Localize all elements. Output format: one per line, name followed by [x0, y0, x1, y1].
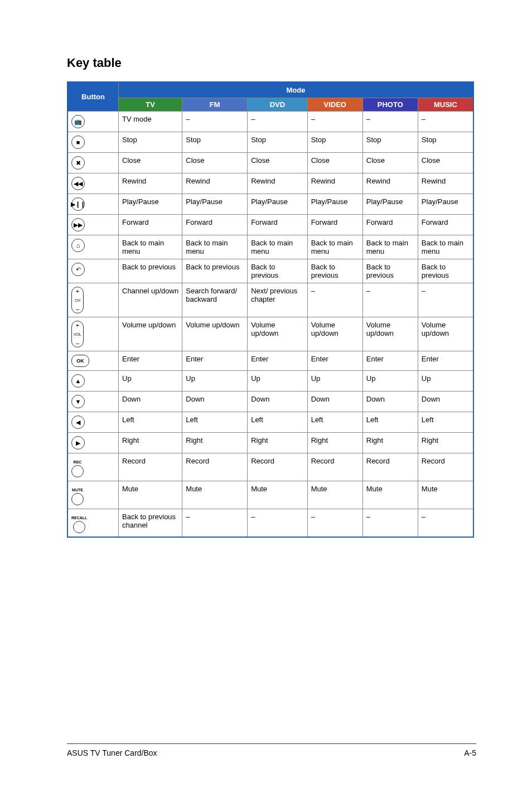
cell-photo: Record: [362, 453, 418, 481]
cell-music: Record: [418, 453, 473, 481]
table-row: 📺TV mode–––––: [67, 112, 473, 132]
cell-music: Play/Pause: [418, 194, 473, 215]
button-cell: ◀: [67, 412, 119, 433]
cell-tv: Close: [119, 153, 182, 173]
cell-fm: Mute: [182, 481, 248, 509]
cell-fm: Rewind: [182, 173, 248, 194]
cell-video: –: [307, 112, 362, 132]
button-cell: ■: [67, 132, 119, 153]
ok-button: OK: [71, 355, 89, 367]
table-row: ▶❙❙Play/PausePlay/PausePlay/PausePlay/Pa…: [67, 194, 473, 215]
button-cell: RECALL: [67, 509, 119, 538]
cell-tv: Back to previous channel: [119, 509, 182, 538]
cell-dvd: Stop: [248, 132, 308, 153]
table-row: ▼DownDownDownDownDownDown: [67, 392, 473, 412]
cell-tv: Up: [119, 371, 182, 392]
play-pause-icon: ▶❙❙: [71, 197, 85, 211]
cell-music: Close: [418, 153, 473, 173]
recall-button: RECALL: [71, 516, 87, 533]
cell-video: Right: [307, 433, 362, 453]
cell-dvd: –: [248, 112, 308, 132]
cell-photo: Rewind: [362, 173, 418, 194]
cell-music: Enter: [418, 351, 473, 371]
up-icon: ▲: [71, 374, 85, 388]
tv-mode-icon: 📺: [71, 115, 85, 128]
table-row: ⌂Back to main menuBack to main menuBack …: [67, 235, 473, 259]
cell-video: Play/Pause: [307, 194, 362, 215]
page-footer: ASUS TV Tuner Card/Box A-5: [67, 743, 476, 757]
button-cell: ⌂: [67, 235, 119, 259]
cell-dvd: Left: [248, 412, 308, 433]
footer-left: ASUS TV Tuner Card/Box: [67, 748, 157, 757]
cell-dvd: Forward: [248, 215, 308, 235]
cell-photo: Forward: [362, 215, 418, 235]
section-title: Key table: [67, 56, 476, 70]
cell-dvd: Back to main menu: [248, 235, 308, 259]
cell-tv: Left: [119, 412, 182, 433]
cell-fm: Volume up/down: [182, 317, 248, 351]
cell-dvd: Close: [248, 153, 308, 173]
table-row: RECALLBack to previous channel–––––: [67, 509, 473, 538]
cell-photo: Enter: [362, 351, 418, 371]
table-row: OKEnterEnterEnterEnterEnterEnter: [67, 351, 473, 371]
header-tv: TV: [119, 98, 182, 112]
button-cell: ▶: [67, 433, 119, 453]
table-row: ✖CloseCloseCloseCloseCloseClose: [67, 153, 473, 173]
footer-right: A-5: [464, 748, 476, 757]
cell-fm: –: [182, 509, 248, 538]
cell-tv: Back to main menu: [119, 235, 182, 259]
cell-fm: Play/Pause: [182, 194, 248, 215]
cell-fm: Back to previous: [182, 259, 248, 283]
forward-icon: ▶▶: [71, 218, 85, 231]
cell-fm: Back to main menu: [182, 235, 248, 259]
header-photo: PHOTO: [362, 98, 418, 112]
cell-video: Up: [307, 371, 362, 392]
volume-rocker: +VOL–: [71, 321, 84, 347]
cell-music: Back to previous: [418, 259, 473, 283]
button-cell: ▶❙❙: [67, 194, 119, 215]
cell-video: Volume up/down: [307, 317, 362, 351]
button-cell: ▶▶: [67, 215, 119, 235]
stop-icon: ■: [71, 136, 85, 149]
button-cell: MUTE: [67, 481, 119, 509]
cell-fm: Left: [182, 412, 248, 433]
cell-dvd: Back to previous: [248, 259, 308, 283]
mute-button: MUTE: [71, 488, 84, 505]
cell-tv: Forward: [119, 215, 182, 235]
close-icon: ✖: [71, 156, 85, 170]
cell-dvd: Record: [248, 453, 308, 481]
cell-dvd: Right: [248, 433, 308, 453]
table-row: ▶▶ForwardForwardForwardForwardForwardFor…: [67, 215, 473, 235]
button-cell: ✖: [67, 153, 119, 173]
header-mode: Mode: [119, 82, 474, 98]
left-icon: ◀: [71, 416, 85, 429]
cell-photo: Right: [362, 433, 418, 453]
cell-dvd: Rewind: [248, 173, 308, 194]
cell-music: –: [418, 112, 473, 132]
cell-dvd: Mute: [248, 481, 308, 509]
table-row: ▲UpUpUpUpUpUp: [67, 371, 473, 392]
cell-video: Enter: [307, 351, 362, 371]
cell-photo: Down: [362, 392, 418, 412]
cell-tv: Rewind: [119, 173, 182, 194]
cell-dvd: Up: [248, 371, 308, 392]
cell-tv: Enter: [119, 351, 182, 371]
cell-tv: Mute: [119, 481, 182, 509]
key-table: Button Mode TV FM DVD VIDEO PHOTO MUSIC …: [67, 81, 474, 538]
button-cell: OK: [67, 351, 119, 371]
cell-fm: Forward: [182, 215, 248, 235]
cell-music: Left: [418, 412, 473, 433]
table-row: ■StopStopStopStopStopStop: [67, 132, 473, 153]
cell-video: Rewind: [307, 173, 362, 194]
cell-photo: –: [362, 283, 418, 317]
cell-fm: Close: [182, 153, 248, 173]
cell-photo: Mute: [362, 481, 418, 509]
record-button: REC: [71, 460, 84, 477]
table-row: MUTEMuteMuteMuteMuteMuteMute: [67, 481, 473, 509]
back-icon: ↶: [71, 263, 85, 276]
cell-tv: Down: [119, 392, 182, 412]
table-row: RECRecordRecordRecordRecordRecordRecord: [67, 453, 473, 481]
cell-video: Record: [307, 453, 362, 481]
cell-dvd: –: [248, 509, 308, 538]
table-row: ◀◀RewindRewindRewindRewindRewindRewind: [67, 173, 473, 194]
